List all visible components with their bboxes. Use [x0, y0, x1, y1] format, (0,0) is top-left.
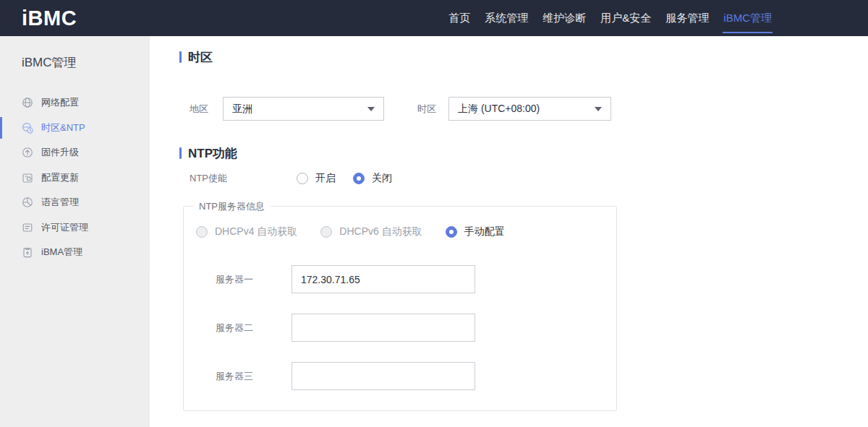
top-nav: 首页 系统管理 维护诊断 用户&安全 服务管理 iBMC管理 — [448, 0, 773, 36]
sidebar-item-firmware-upgrade[interactable]: 固件升级 — [0, 140, 150, 165]
radio-unselected-icon — [297, 173, 308, 184]
timezone-ntp-icon — [22, 122, 33, 134]
radio-disabled-icon — [320, 226, 332, 238]
app-logo: iBMC — [22, 7, 77, 30]
radio-option-label: DHCPv6 自动获取 — [339, 225, 422, 238]
region-select[interactable]: 亚洲 — [223, 97, 384, 121]
timezone-select[interactable]: 上海 (UTC+08:00) — [448, 97, 611, 121]
ibmc-app: iBMC 首页 系统管理 维护诊断 用户&安全 服务管理 iBMC管理 iBMC… — [0, 0, 868, 427]
server-one-input[interactable] — [292, 265, 475, 293]
ntp-section-title: NTP功能 — [179, 147, 868, 160]
sidebar-menu: 网络配置 时区&NTP 固件升级 配置更新 — [0, 90, 150, 265]
sidebar-item-label: 网络配置 — [41, 96, 79, 109]
nav-item-user-security[interactable]: 用户&安全 — [600, 0, 652, 36]
server-two-row: 服务器二 — [196, 314, 616, 342]
nav-item-system[interactable]: 系统管理 — [484, 0, 529, 36]
sidebar-item-language[interactable]: 语言管理 — [0, 190, 150, 215]
region-select-value: 亚洲 — [232, 103, 252, 116]
ntp-enable-on-option[interactable]: 开启 — [297, 172, 336, 185]
server-three-input[interactable] — [292, 362, 475, 390]
timezone-select-value: 上海 (UTC+08:00) — [458, 103, 540, 116]
sidebar-item-timezone-ntp[interactable]: 时区&NTP — [0, 116, 150, 141]
server-one-row: 服务器一 — [196, 265, 616, 293]
server-three-label: 服务器三 — [216, 370, 292, 383]
manual-config-option[interactable]: 手动配置 — [446, 225, 505, 238]
server-two-input[interactable] — [292, 314, 475, 342]
sidebar-item-label: 配置更新 — [41, 171, 79, 184]
server-one-label: 服务器一 — [216, 273, 292, 286]
section-title-bar — [179, 51, 182, 63]
radio-option-label: DHCPv4 自动获取 — [215, 225, 297, 238]
sidebar-item-label: 固件升级 — [41, 146, 79, 159]
timezone-label: 时区 — [417, 103, 448, 116]
ntp-enable-label: NTP使能 — [190, 172, 297, 185]
ntp-enable-off-option[interactable]: 关闭 — [353, 172, 392, 185]
sidebar-item-config-update[interactable]: 配置更新 — [0, 165, 150, 191]
dropdown-caret-icon — [595, 107, 602, 111]
sidebar: iBMC管理 网络配置 时区&NTP 固件升级 — [0, 36, 150, 427]
nav-item-maintenance[interactable]: 维护诊断 — [542, 0, 587, 36]
sidebar-item-network-config[interactable]: 网络配置 — [0, 90, 150, 116]
language-icon — [22, 197, 33, 208]
region-label: 地区 — [190, 103, 223, 116]
radio-disabled-icon — [196, 226, 208, 238]
timezone-section-title: 时区 — [179, 51, 868, 64]
dhcpv6-auto-option: DHCPv6 自动获取 — [320, 225, 422, 238]
radio-selected-icon — [353, 173, 365, 184]
dhcpv4-auto-option: DHCPv4 自动获取 — [196, 225, 297, 238]
timezone-form-row: 地区 亚洲 时区 上海 (UTC+08:00) — [190, 97, 868, 121]
dropdown-caret-icon — [367, 107, 375, 111]
main-content: 时区 地区 亚洲 时区 上海 (UTC+08:00) NTP功能 NTP使能 开… — [150, 36, 868, 427]
app-header: iBMC 首页 系统管理 维护诊断 用户&安全 服务管理 iBMC管理 — [0, 0, 868, 36]
sidebar-item-label: 许可证管理 — [41, 221, 88, 234]
sidebar-item-license[interactable]: 许可证管理 — [0, 215, 150, 241]
radio-option-label: 手动配置 — [464, 225, 505, 238]
section-title-bar — [179, 147, 182, 159]
server-two-label: 服务器二 — [216, 322, 292, 335]
ibma-icon — [22, 246, 33, 258]
radio-selected-icon — [446, 226, 457, 238]
server-three-row: 服务器三 — [196, 362, 616, 390]
firmware-upgrade-icon — [22, 147, 33, 158]
network-icon — [22, 97, 33, 108]
license-icon — [22, 222, 33, 233]
nav-item-ibmc-management[interactable]: iBMC管理 — [723, 0, 773, 36]
sidebar-item-label: 时区&NTP — [41, 121, 85, 134]
sidebar-title: iBMC管理 — [22, 54, 150, 71]
radio-option-label: 关闭 — [372, 172, 392, 185]
ntp-server-mode-row: DHCPv4 自动获取 DHCPv6 自动获取 手动配置 — [196, 225, 616, 238]
config-update-icon — [22, 172, 33, 184]
sidebar-item-label: iBMA管理 — [41, 246, 82, 259]
sidebar-item-ibma[interactable]: iBMA管理 — [0, 240, 150, 265]
ntp-server-info-group: NTP服务器信息 DHCPv4 自动获取 DHCPv6 自动获取 手动配置 服务… — [183, 206, 617, 411]
nav-item-home[interactable]: 首页 — [448, 0, 471, 36]
nav-item-service[interactable]: 服务管理 — [665, 0, 710, 36]
section-title-text: NTP功能 — [188, 145, 237, 162]
ntp-enable-row: NTP使能 开启 关闭 — [190, 172, 868, 185]
ntp-server-info-legend: NTP服务器信息 — [193, 200, 271, 212]
sidebar-item-label: 语言管理 — [41, 196, 79, 209]
radio-option-label: 开启 — [315, 172, 336, 185]
section-title-text: 时区 — [188, 49, 213, 66]
